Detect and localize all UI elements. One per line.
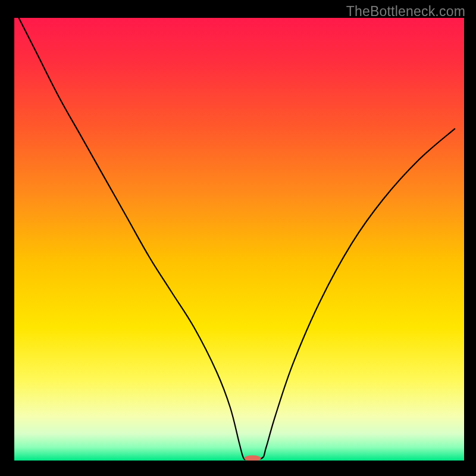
plot-area [14, 18, 464, 461]
chart-container: TheBottleneck.com [0, 0, 476, 476]
gradient-background [14, 18, 464, 461]
watermark-text: TheBottleneck.com [346, 4, 465, 20]
chart-svg [14, 18, 464, 461]
